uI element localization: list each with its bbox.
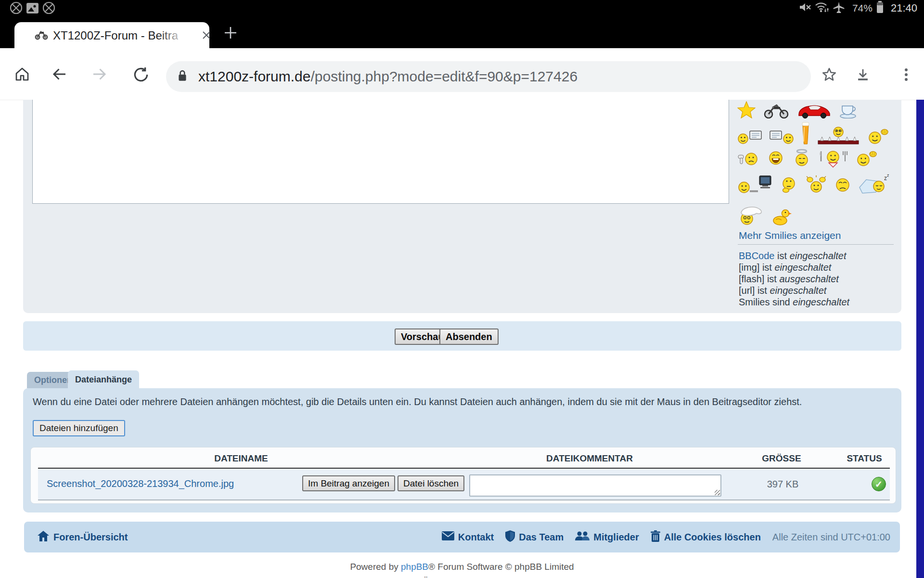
url-domain: xt1200z-forum.de — [198, 68, 310, 84]
bbcode-faq-link[interactable]: BBCode — [739, 250, 775, 261]
divider — [738, 244, 894, 245]
bbcode-status-line: [url] ist eingeschaltet — [739, 285, 849, 296]
page-scrollbar[interactable] — [916, 100, 924, 578]
battery-percent-label: 74% — [852, 2, 873, 14]
add-files-button[interactable]: Dateien hinzufügen — [33, 420, 125, 436]
reload-button-icon[interactable] — [132, 66, 150, 86]
clapping-smiley-icon[interactable] — [806, 175, 827, 196]
tab-dateianhaenge[interactable]: Dateianhänge — [68, 370, 139, 389]
column-header-size: GRÖSSE — [748, 453, 815, 464]
screenshot-image-icon — [26, 2, 39, 16]
footer-link-label: Alle Cookies löschen — [664, 532, 761, 543]
footer-link-das-team[interactable]: Das Team — [505, 530, 564, 544]
bbcode-status-line: BBCode ist eingeschaltet — [739, 250, 849, 262]
forward-button-icon[interactable] — [90, 66, 108, 85]
home-icon — [38, 531, 49, 544]
forum-index-link[interactable]: Foren-Übersicht — [38, 522, 128, 552]
phpbb-link[interactable]: phpBB — [401, 562, 428, 572]
sports-car-smiley-icon[interactable] — [797, 103, 832, 120]
powered-suffix: ® Forum Software © phpBB Limited — [428, 562, 574, 572]
waving-smiley-icon[interactable] — [855, 148, 878, 170]
attachments-intro-text: Wenn du eine Datei oder mehrere Dateien … — [33, 396, 880, 407]
svg-text:z: z — [887, 174, 889, 178]
url-path: /posting.php?mode=edit&f=90&p=127426 — [310, 68, 578, 84]
browser-tab-bar: XT1200Z-Forum - Beitra — [0, 16, 924, 48]
bookmark-star-icon[interactable] — [821, 66, 837, 85]
url-text[interactable]: xt1200z-forum.de/posting.php?mode=edit&f… — [198, 61, 578, 92]
angel-smiley-icon[interactable] — [792, 148, 811, 170]
airplane-mode-icon — [833, 1, 845, 15]
file-size-label: 397 KB — [748, 479, 818, 490]
footer-links: KontaktDas TeamMitgliederAlle Cookies lö… — [442, 522, 890, 552]
screen: 74% 21:40 XT1200Z-Forum - Beitra — [0, 0, 924, 578]
trash-icon — [651, 530, 660, 544]
smiley-row — [737, 148, 878, 170]
smiley-with-sign-icon[interactable] — [737, 128, 762, 147]
footer-link-mitglieder[interactable]: Mitglieder — [575, 531, 639, 544]
eating-smiley-icon[interactable] — [818, 148, 848, 170]
status-bar-left-icons — [10, 1, 59, 15]
attachments-table: DATEINAME DATEIKOMMENTAR GRÖSSE STATUS S… — [30, 447, 896, 504]
footer-link-alle-cookies-l-schen[interactable]: Alle Cookies löschen — [651, 530, 761, 544]
show-in-post-button[interactable]: Im Beitrag anzeigen — [302, 475, 395, 491]
more-smilies-link[interactable]: Mehr Smilies anzeigen — [739, 230, 841, 241]
sign-with-smiley-icon[interactable] — [769, 128, 794, 147]
menu-kebab-icon[interactable] — [898, 66, 914, 85]
powered-by-line: Powered by phpBB® Forum Software © phpBB… — [0, 562, 924, 572]
star-smiley-icon[interactable] — [737, 101, 756, 120]
footer-bar: Foren-Übersicht KontaktDas TeamMitgliede… — [24, 522, 900, 552]
footer-link-kontakt[interactable]: Kontakt — [442, 531, 494, 543]
bbcode-status-line: [flash] ist ausgeschaltet — [739, 273, 849, 285]
resize-handle[interactable] — [715, 490, 720, 495]
bbcode-status-line: [img] ist eingeschaltet — [739, 262, 849, 273]
sleeping-smiley-icon[interactable]: zz — [859, 174, 890, 196]
lock-icon[interactable] — [176, 68, 189, 86]
envelope-icon — [442, 531, 454, 543]
status-bar-right: 74% 21:40 — [799, 1, 917, 15]
timezone-label: Alle Zeiten sind UTC+01:00 — [772, 532, 890, 543]
browser-tab[interactable]: XT1200Z-Forum - Beitra — [14, 22, 209, 48]
submit-button[interactable]: Absenden — [439, 328, 499, 345]
smiley-row — [737, 121, 889, 147]
back-button-icon[interactable] — [51, 66, 68, 85]
shield-icon — [505, 530, 515, 544]
blocked-app-icon — [42, 1, 55, 16]
battery-icon — [876, 1, 884, 15]
bbcode-status-list: BBCode ist eingeschaltet[img] ist einges… — [739, 250, 849, 308]
mute-icon — [799, 1, 811, 15]
powered-prefix: Powered by — [350, 562, 401, 572]
home-button-icon[interactable] — [13, 66, 31, 85]
tired-smiley-icon[interactable] — [834, 176, 852, 196]
duck-smiley-icon[interactable] — [772, 208, 792, 227]
smiley-row: zz — [737, 174, 890, 196]
members-icon — [575, 531, 590, 544]
thumbs-down-smiley-icon[interactable] — [737, 150, 759, 170]
browser-toolbar: xt1200z-forum.de/posting.php?mode=edit&f… — [0, 48, 924, 100]
forum-index-label: Foren-Übersicht — [53, 532, 128, 543]
new-tab-button[interactable] — [222, 25, 239, 43]
status-bar-system-icons — [799, 1, 848, 15]
file-comment-wrap — [469, 474, 721, 497]
beer-smiley-icon[interactable] — [801, 121, 810, 147]
bar-smiley-icon[interactable] — [817, 126, 860, 147]
android-status-bar: 74% 21:40 — [0, 0, 924, 16]
tab-title-fade — [159, 28, 198, 44]
computer-smiley-icon[interactable] — [737, 174, 772, 196]
motorcycle-favicon — [35, 29, 48, 42]
footer-link-label: Kontakt — [458, 532, 494, 543]
column-header-status: STATUS — [835, 453, 893, 464]
thinking-smiley-icon[interactable] — [779, 175, 799, 196]
laughing-smiley-icon[interactable] — [766, 148, 785, 170]
attachment-filename-link[interactable]: Screenshot_20200328-213934_Chrome.jpg — [47, 478, 234, 489]
clock-label: 21:40 — [891, 2, 917, 14]
tab-close-icon[interactable] — [201, 30, 212, 42]
delete-file-button[interactable]: Datei löschen — [398, 475, 464, 491]
smiley-row — [737, 205, 792, 227]
message-textarea[interactable] — [32, 100, 729, 204]
coffee-cup-smiley-icon[interactable] — [838, 103, 858, 120]
grabbing-smiley-icon[interactable] — [866, 126, 889, 147]
download-icon[interactable] — [855, 66, 871, 85]
file-comment-input[interactable] — [469, 474, 721, 497]
motorcycle-smiley-icon[interactable] — [762, 101, 790, 120]
old-man-smiley-icon[interactable] — [737, 205, 765, 227]
